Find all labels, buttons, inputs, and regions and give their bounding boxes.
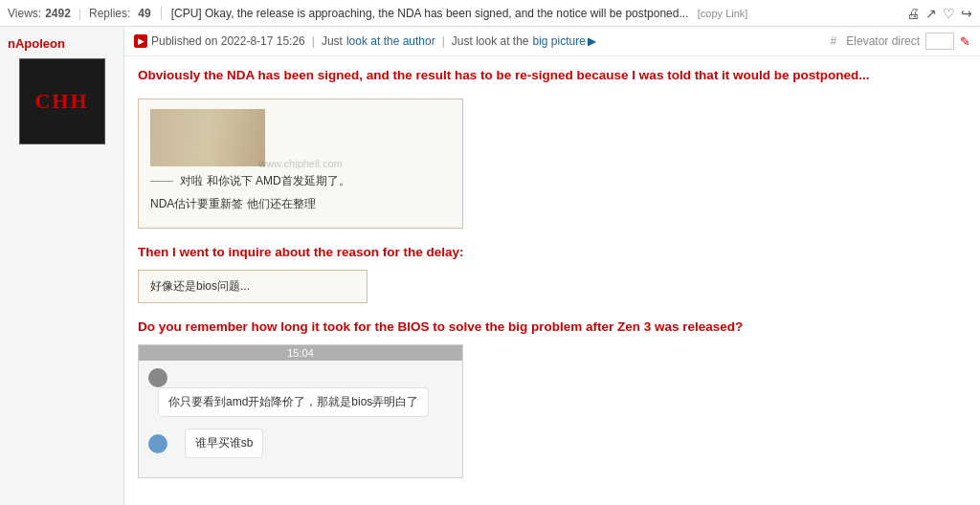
top-bar: Views: 2492 | Replies: 49 [CPU] Okay, th…	[0, 0, 980, 27]
title-text: [CPU] Okay, the release is approaching, …	[171, 7, 689, 20]
sep2: |	[442, 34, 445, 48]
replies-label: Replies:	[89, 7, 130, 20]
watermark: www.chiphell.com	[258, 159, 342, 169]
thread-title: [CPU] Okay, the release is approaching, …	[171, 7, 906, 20]
main-post-text: Obviously the NDA has been signed, and t…	[138, 66, 967, 85]
reply-text-1: 好像还是bios问题...	[150, 279, 250, 293]
top-actions: 🖨 ↗ ♡ ↪	[906, 6, 972, 21]
bubble-2: 谁早买谁sb	[185, 428, 264, 458]
screenshot-box-2: 15:04 你只要看到amd开始降价了，那就是bios弄明白了 谁早买谁sb	[138, 344, 463, 478]
bubble-1-wrapper: 你只要看到amd开始降价了，那就是bios弄明白了	[148, 368, 453, 423]
hash-symbol: #	[831, 34, 837, 48]
section-2-heading: Then I went to inquire about the reason …	[138, 244, 967, 262]
big-picture-link[interactable]: big picture ▶	[533, 34, 596, 48]
section-3-heading: Do you remember how long it took for the…	[138, 318, 967, 337]
content-area: nApoleon CHH ▶ Published on 2022-8-17 15…	[0, 27, 980, 505]
big-picture-text: big picture	[533, 34, 586, 48]
stats-section: Views: 2492 | Replies: 49	[8, 7, 162, 20]
print-icon[interactable]: 🖨	[906, 6, 920, 21]
author-name[interactable]: nApoleon	[8, 36, 65, 51]
chat-line-1: —— 对啦 和你说下 AMD首发延期了。	[150, 172, 451, 189]
edit-icon[interactable]: ✎	[960, 34, 970, 49]
meta-right: # Elevator direct ✎	[831, 33, 970, 50]
bookmark-icon[interactable]: ♡	[943, 6, 955, 21]
replies-count: 49	[138, 7, 150, 20]
author-link[interactable]: look at the author	[346, 34, 435, 48]
meta-bar: ▶ Published on 2022-8-17 15:26 | Just lo…	[124, 27, 980, 56]
avatar-small-2	[148, 434, 167, 453]
sep1: |	[312, 34, 315, 48]
more-icon[interactable]: ↪	[961, 6, 972, 21]
post-icon: ▶	[134, 34, 147, 48]
chat-image	[150, 109, 265, 166]
just-label: Just	[322, 34, 343, 48]
just-look-at: Just look at the	[452, 34, 529, 48]
bubble-1: 你只要看到amd开始降价了，那就是bios弄明白了	[158, 387, 429, 417]
chevron-right-icon: ▶	[588, 34, 596, 48]
copy-link[interactable]: [copy Link]	[698, 8, 748, 19]
share-icon[interactable]: ↗	[925, 6, 937, 21]
post-content: Obviously the NDA has been signed, and t…	[124, 56, 980, 497]
avatar: CHH	[19, 58, 105, 144]
avatar-text: CHH	[34, 89, 88, 114]
views-count: 2492	[45, 7, 71, 20]
author-panel: nApoleon CHH	[0, 27, 124, 505]
chat-username-1: ——	[150, 174, 173, 187]
chat-line-2: NDA估计要重新签 他们还在整理	[150, 195, 451, 212]
chat-text-1: 对啦 和你说下 AMD首发延期了。	[180, 174, 349, 187]
elevator-label: Elevator direct	[846, 34, 920, 48]
elevator-input[interactable]	[925, 33, 954, 50]
post-area: ▶ Published on 2022-8-17 15:26 | Just lo…	[124, 27, 980, 505]
views-label: Views:	[8, 7, 41, 20]
watermark-text: www.chiphell.com	[258, 159, 342, 169]
published-date: Published on 2022-8-17 15:26	[151, 34, 305, 48]
timestamp: 15:04	[139, 345, 462, 361]
avatar-small-1	[148, 368, 167, 387]
bubble-2-wrapper: 谁早买谁sb	[148, 428, 453, 464]
chat-screenshot-1: —— 对啦 和你说下 AMD首发延期了。 NDA估计要重新签 他们还在整理 ww…	[138, 99, 463, 229]
reply-box-1: 好像还是bios问题...	[138, 270, 368, 303]
